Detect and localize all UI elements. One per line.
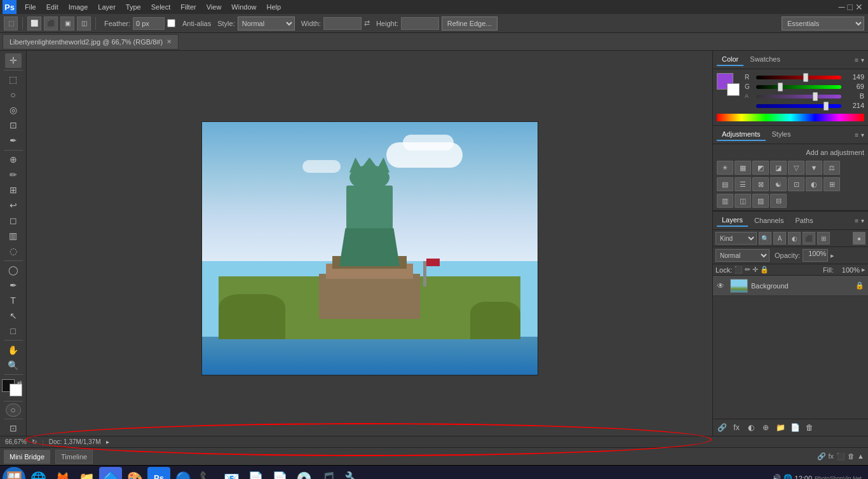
layer-filter-toggle[interactable]: ● xyxy=(853,232,865,245)
clone-stamp-tool[interactable]: ⊞ xyxy=(5,183,22,198)
menu-window[interactable]: Window xyxy=(227,2,261,12)
add-mask-icon[interactable]: ◐ xyxy=(745,421,757,434)
taskbar-icon-paint[interactable]: 🎨 xyxy=(123,467,146,480)
type-tool[interactable]: T xyxy=(5,293,22,307)
mini-bridge-tab[interactable]: Mini Bridge xyxy=(4,450,50,464)
menu-layer[interactable]: Layer xyxy=(93,2,120,12)
panel-menu-icon[interactable]: ≡ xyxy=(855,57,858,64)
timeline-tab[interactable]: Timeline xyxy=(55,450,93,464)
taskbar-icon-folder[interactable]: 📁 xyxy=(75,467,98,480)
exposure-icon[interactable]: ◪ xyxy=(770,161,787,175)
move-tool[interactable]: ✛ xyxy=(5,53,22,68)
status-arrow-icon[interactable]: ▸ xyxy=(106,438,109,445)
layer-kind-select[interactable]: Kind xyxy=(715,232,757,245)
taskbar-icon-settings[interactable]: 🔧 xyxy=(341,467,363,480)
eyedropper-tool[interactable]: ✒ xyxy=(5,133,22,148)
tab-swatches[interactable]: Swatches xyxy=(745,53,785,66)
color-swatch-area[interactable]: ⇄ xyxy=(2,379,25,396)
gradient-map-icon[interactable]: ▥ xyxy=(717,194,733,208)
feather-input[interactable] xyxy=(133,17,165,30)
blur-tool[interactable]: ◌ xyxy=(5,244,22,259)
anti-alias-checkbox[interactable] xyxy=(167,19,175,27)
dodge-tool[interactable]: ◯ xyxy=(5,262,22,277)
layers-panel-menu-icon[interactable]: ≡ xyxy=(855,217,858,224)
blend-mode-select[interactable]: Normal xyxy=(715,249,770,262)
menu-file[interactable]: File xyxy=(20,2,41,12)
tray-icon-2[interactable]: 🌐 xyxy=(783,474,792,479)
layer-filter-icon5[interactable]: ⊞ xyxy=(817,232,830,245)
layer-item-background[interactable]: 👁 Background 🔒 xyxy=(713,276,868,296)
pen-tool[interactable]: ✒ xyxy=(5,278,22,292)
posterize-icon[interactable]: ◐ xyxy=(806,177,822,191)
layers-panel-collapse-icon[interactable]: ▾ xyxy=(861,217,864,224)
gradient-tool[interactable]: ▥ xyxy=(5,229,22,243)
swap-icon[interactable]: ⇄ xyxy=(364,19,370,27)
history-brush-tool[interactable]: ↩ xyxy=(5,198,22,213)
height-input[interactable] xyxy=(401,17,439,30)
taskbar-icon-skype[interactable]: 📞 xyxy=(196,467,219,480)
bridge-expand-icon[interactable]: ▲ xyxy=(857,452,864,461)
hsl-icon[interactable]: ▼ xyxy=(806,161,822,175)
taskbar-icon-chrome[interactable]: 🔵 xyxy=(172,467,194,480)
tool-options-icon2[interactable]: ⬛ xyxy=(44,17,58,30)
layer-filter-icon4[interactable]: ⬛ xyxy=(803,232,815,245)
channel-mixer-icon[interactable]: ⊠ xyxy=(752,177,769,191)
refine-edge-button[interactable]: Refine Edge... xyxy=(442,17,498,30)
bridge-icon-3[interactable]: ⬛ xyxy=(836,452,845,461)
add-style-icon[interactable]: fx xyxy=(730,421,743,434)
taskbar-icon-firefox[interactable]: 🦊 xyxy=(51,467,74,480)
tool-options-icon4[interactable]: ◫ xyxy=(77,17,91,30)
invert-icon[interactable]: ⊡ xyxy=(788,177,804,191)
new-group-icon[interactable]: 📁 xyxy=(774,421,787,434)
selective-color-icon[interactable]: ◫ xyxy=(735,194,751,208)
levels-icon[interactable]: ▦ xyxy=(735,161,751,175)
new-layer-icon[interactable]: 📄 xyxy=(789,421,801,434)
solid-color-icon[interactable]: ▨ xyxy=(752,194,769,208)
layer-visibility-icon[interactable]: 👁 xyxy=(717,281,727,290)
taskbar-icon-media[interactable]: 💿 xyxy=(292,467,315,480)
curves-icon[interactable]: ◩ xyxy=(752,161,769,175)
menu-select[interactable]: Select xyxy=(147,2,175,12)
color-spectrum-bar[interactable] xyxy=(717,114,864,121)
tray-icon-1[interactable]: 🔊 xyxy=(772,474,781,479)
minimize-btn[interactable]: ─ xyxy=(839,2,845,12)
tab-adjustments[interactable]: Adjustments xyxy=(717,128,766,141)
lasso-tool[interactable]: ○ xyxy=(5,88,22,102)
g-slider[interactable] xyxy=(756,85,841,89)
layer-filter-icon1[interactable]: 🔍 xyxy=(759,232,771,245)
alpha-slider[interactable] xyxy=(756,95,841,98)
document-tab-close[interactable]: ✕ xyxy=(166,38,172,45)
tab-layers[interactable]: Layers xyxy=(717,214,748,227)
path-select-tool[interactable]: ↖ xyxy=(5,308,22,323)
lock-position-icon[interactable]: ✛ xyxy=(752,266,758,274)
quick-mask-icon[interactable]: ○ xyxy=(6,403,21,417)
healing-brush-tool[interactable]: ⊕ xyxy=(5,152,22,167)
background-swatch[interactable] xyxy=(727,83,740,96)
color-lookup-icon[interactable]: ☯ xyxy=(770,177,787,191)
lock-transparency-icon[interactable]: ⬛ xyxy=(734,266,743,274)
taskbar-icon-ps[interactable]: Ps xyxy=(147,467,170,480)
vibrance-icon[interactable]: ▽ xyxy=(788,161,804,175)
opacity-arrow[interactable]: ▸ xyxy=(831,252,834,260)
adj-panel-collapse-icon[interactable]: ▾ xyxy=(861,132,864,138)
r-slider[interactable] xyxy=(756,76,841,79)
layer-filter-icon3[interactable]: ◐ xyxy=(788,232,801,245)
taskbar-icon-music[interactable]: 🎵 xyxy=(316,467,339,480)
quick-select-tool[interactable]: ◎ xyxy=(5,103,22,118)
width-input[interactable] xyxy=(323,17,362,30)
threshold-icon[interactable]: ⊞ xyxy=(824,177,840,191)
bridge-icon-4[interactable]: 🗑 xyxy=(848,452,855,461)
black-white-icon[interactable]: ▤ xyxy=(717,177,733,191)
panel-collapse-icon[interactable]: ▾ xyxy=(861,57,864,64)
taskbar-icon-doc[interactable]: 📄 xyxy=(244,467,267,480)
close-btn[interactable]: ✕ xyxy=(855,2,863,12)
taskbar-icon-app1[interactable]: 🔷 xyxy=(99,467,122,480)
screen-mode-icon[interactable]: ⊡ xyxy=(5,421,22,436)
menu-edit[interactable]: Edit xyxy=(42,2,63,12)
hand-tool[interactable]: ✋ xyxy=(5,342,22,357)
maximize-btn[interactable]: □ xyxy=(848,2,853,12)
document-tab[interactable]: Libertyenlightentheworld2.jpg @ 66,7% (R… xyxy=(3,34,179,50)
new-adjustment-icon[interactable]: ⊕ xyxy=(759,421,772,434)
tab-color[interactable]: Color xyxy=(717,53,743,66)
gradient-fill-icon[interactable]: ⊟ xyxy=(770,194,787,208)
